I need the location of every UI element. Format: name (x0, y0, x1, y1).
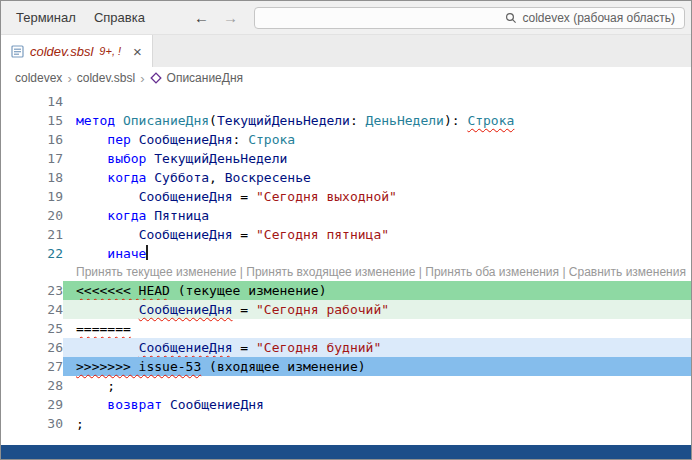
code-line-29[interactable]: 29 возврат СообщениеДня (1, 395, 691, 414)
code-content: когда Пятница (63, 206, 691, 225)
tab-label: coldev.sbsl (30, 44, 93, 59)
code-content: >>>>>>> issue-53 (входящее изменение) (63, 357, 691, 376)
workspace-search-box[interactable]: coldevex (рабочая область) (254, 7, 685, 29)
code-line-27[interactable]: 27>>>>>>> issue-53 (входящее изменение) (1, 357, 691, 376)
code-line-15[interactable]: 15метод ОписаниеДня(ТекущийДеньНедели: Д… (1, 111, 691, 130)
code-content: СообщениеДня = "Сегодня пятница" (63, 225, 691, 244)
code-line-19[interactable]: 19 СообщениеДня = "Сегодня выходной" (1, 187, 691, 206)
method-symbol-icon (150, 72, 162, 84)
app-window: Терминал Справка ← → coldevex (рабочая о… (0, 0, 692, 460)
file-icon (11, 45, 24, 58)
code-line-30[interactable]: 30; (1, 414, 691, 433)
breadcrumb-symbol[interactable]: ОписаниеДня (167, 71, 243, 85)
workspace-search-text: coldevex (рабочая область) (522, 11, 675, 25)
line-number: 18 (1, 168, 63, 187)
code-line-23[interactable]: 23<<<<<<< HEAD (текущее изменение) (1, 281, 691, 300)
code-content: выбор ТекущийДеньНедели (63, 149, 691, 168)
code-content: <<<<<<< HEAD (текущее изменение) (63, 281, 691, 300)
breadcrumb-file[interactable]: coldev.sbsl (77, 71, 135, 85)
code-content: ; (63, 376, 691, 395)
breadcrumb-folder[interactable]: coldevex (15, 71, 62, 85)
line-number: 15 (1, 111, 63, 130)
status-bar (1, 445, 691, 459)
code-line-18[interactable]: 18 когда Суббота, Воскресенье (1, 168, 691, 187)
code-line-17[interactable]: 17 выбор ТекущийДеньНедели (1, 149, 691, 168)
code-line-26[interactable]: 26 СообщениеДня = "Сегодня будний" (1, 338, 691, 357)
code-content: пер СообщениеДня: Строка (63, 130, 691, 149)
code-content: СообщениеДня = "Сегодня будний" (63, 338, 691, 357)
codelens-separator: | (559, 265, 569, 279)
code-editor[interactable]: 1415метод ОписаниеДня(ТекущийДеньНедели:… (1, 89, 691, 445)
code-content: возврат СообщениеДня (63, 395, 691, 414)
code-line-21[interactable]: 21 СообщениеДня = "Сегодня пятница" (1, 225, 691, 244)
code-line-24[interactable]: 24 СообщениеДня = "Сегодня рабочий" (1, 300, 691, 319)
line-number: 23 (1, 281, 63, 300)
merge-action-0[interactable]: Принять текущее изменение (76, 265, 236, 279)
text-cursor (146, 245, 148, 260)
code-content (63, 92, 691, 111)
tab-bar: coldev.sbsl 9+, ! × (1, 35, 691, 67)
line-number: 28 (1, 376, 63, 395)
tab-coldev-sbsl[interactable]: coldev.sbsl 9+, ! × (1, 35, 153, 67)
line-number: 14 (1, 92, 63, 111)
code-content: ; (63, 414, 691, 433)
code-content: СообщениеДня = "Сегодня выходной" (63, 187, 691, 206)
forward-arrow-icon[interactable]: → (223, 9, 238, 26)
breadcrumb: coldevex › coldev.sbsl › ОписаниеДня (1, 67, 691, 89)
line-number: 24 (1, 300, 63, 319)
line-number: 17 (1, 149, 63, 168)
code-line-25[interactable]: 25======= (1, 319, 691, 338)
code-line-28[interactable]: 28 ; (1, 376, 691, 395)
tab-close-icon[interactable]: × (133, 44, 142, 59)
merge-action-3[interactable]: Сравнить изменения (569, 265, 686, 279)
merge-codelens-actions: Принять текущее изменение | Принять вход… (63, 263, 691, 281)
line-number: 21 (1, 225, 63, 244)
line-number: 16 (1, 130, 63, 149)
code-content: метод ОписаниеДня(ТекущийДеньНедели: Ден… (63, 111, 691, 130)
titlebar: Терминал Справка ← → coldevex (рабочая о… (1, 1, 691, 35)
code-line-22[interactable]: 22 иначе (1, 244, 691, 263)
search-icon (505, 12, 517, 24)
line-number-spacer (1, 263, 63, 281)
menubar: Терминал Справка (1, 6, 154, 29)
menu-terminal[interactable]: Терминал (7, 6, 85, 29)
code-content: иначе (63, 244, 691, 263)
merge-codelens: Принять текущее изменение | Принять вход… (1, 263, 691, 281)
codelens-separator: | (236, 265, 246, 279)
editor-lines: 1415метод ОписаниеДня(ТекущийДеньНедели:… (1, 92, 691, 433)
code-content: ======= (63, 319, 691, 338)
code-content: когда Суббота, Воскресенье (63, 168, 691, 187)
line-number: 26 (1, 338, 63, 357)
code-line-16[interactable]: 16 пер СообщениеДня: Строка (1, 130, 691, 149)
line-number: 20 (1, 206, 63, 225)
menu-help[interactable]: Справка (85, 6, 154, 29)
chevron-right-icon: › (67, 71, 71, 86)
back-arrow-icon[interactable]: ← (194, 9, 209, 26)
codelens-separator: | (416, 265, 426, 279)
tab-problems-badge: 9+, ! (99, 45, 121, 57)
code-line-14[interactable]: 14 (1, 92, 691, 111)
code-line-20[interactable]: 20 когда Пятница (1, 206, 691, 225)
merge-action-2[interactable]: Принять оба изменения (425, 265, 559, 279)
line-number: 29 (1, 395, 63, 414)
line-number: 22 (1, 244, 63, 263)
line-number: 19 (1, 187, 63, 206)
line-number: 25 (1, 319, 63, 338)
line-number: 30 (1, 414, 63, 433)
chevron-right-icon: › (140, 71, 144, 86)
merge-action-1[interactable]: Принять входящее изменение (246, 265, 415, 279)
history-nav: ← → (194, 9, 238, 26)
code-content: СообщениеДня = "Сегодня рабочий" (63, 300, 691, 319)
line-number: 27 (1, 357, 63, 376)
